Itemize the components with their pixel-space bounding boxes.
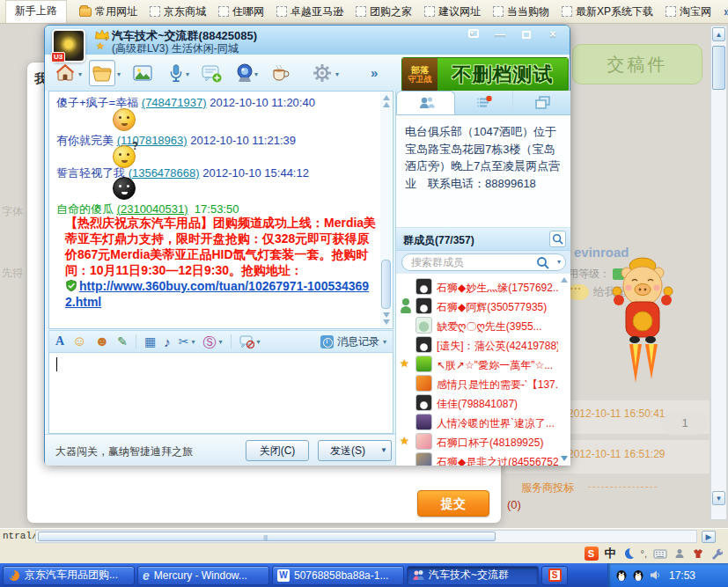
member-row[interactable]: 石狮◆是非之过(84556752) (396, 451, 570, 466)
tab-sessions[interactable] (513, 91, 570, 114)
bookmark-item-first[interactable]: 新手上路 (5, 0, 67, 23)
dropdown-caret[interactable]: ▾ (254, 70, 258, 78)
dropdown-caret[interactable]: ▾ (78, 70, 82, 78)
dropdown-caret[interactable]: ▾ (117, 70, 121, 78)
home-button[interactable] (52, 60, 78, 86)
member-row[interactable]: 缺爱ღ〇ღ先生(3955... (396, 316, 570, 335)
member-row[interactable]: 石狮◆妙生灬缘(1757692... (396, 277, 570, 297)
scroll-down-button[interactable]: ▼ (712, 491, 725, 505)
volume-icon[interactable] (649, 569, 661, 581)
album-button[interactable] (129, 60, 156, 86)
bookmark-item[interactable]: 淘宝网 (665, 4, 711, 19)
scroll-up-button[interactable]: ▲ (712, 27, 725, 41)
member-search-box[interactable]: ▾ (401, 253, 566, 271)
punctuation-icon[interactable]: °, (641, 548, 647, 559)
taskbar-button-firefox[interactable]: 京东汽车用品团购... (3, 566, 135, 585)
dropdown-caret[interactable]: ▾ (335, 70, 339, 78)
music-share-button[interactable]: ♪ (164, 335, 171, 349)
page-number-badge[interactable]: 1 (662, 412, 708, 435)
member-scroll-down[interactable] (561, 454, 568, 463)
bookmark-item[interactable]: 当当购物 (493, 4, 549, 19)
scrollbar-thumb[interactable] (381, 260, 391, 309)
uin-link[interactable]: (2310040531) (117, 202, 188, 216)
fullhalf-moon-icon[interactable] (622, 547, 635, 560)
member-scroll-up[interactable] (561, 275, 568, 284)
user-wordlib-icon[interactable] (673, 547, 686, 560)
close-button[interactable]: × (543, 28, 563, 42)
settings-wrench-icon[interactable] (710, 547, 723, 560)
settings-button[interactable] (309, 60, 335, 86)
close-chat-button[interactable]: 关闭(C) (246, 440, 309, 461)
uin-link[interactable]: (748471937) (142, 96, 207, 109)
qq-penguin-tray-icon[interactable] (632, 569, 644, 582)
bookmark-item[interactable]: 住哪网 (218, 4, 264, 19)
skin-shirt-icon[interactable] (692, 547, 704, 560)
toolbar-more-chevron[interactable]: » (371, 65, 378, 80)
taskbar-button-word[interactable]: W 50768858ba88a-1... (272, 566, 404, 585)
share-folder-button[interactable] (89, 60, 115, 86)
page-vertical-scrollbar[interactable]: ▲ ▼ (710, 26, 727, 520)
member-row[interactable]: 石狮◆阿辉(350577935) (396, 297, 570, 316)
footer-ad-link[interactable]: 大器闯关，赢纳智捷迪拜之旅 (55, 444, 193, 459)
member-row[interactable]: ↖朕↗☆"愛妳一萬年"☆... (396, 355, 570, 374)
taskbar-button-qq-group[interactable]: 汽车技术~交流群 (407, 566, 539, 585)
tab-announcement[interactable] (455, 91, 513, 114)
scroll-right-button[interactable]: ▶ (702, 531, 716, 543)
dropdown-caret[interactable]: ▾ (192, 338, 195, 346)
sogou-input-icon[interactable]: S (585, 547, 599, 561)
bookmarks-overflow-chevron[interactable]: » (724, 4, 728, 18)
bookmark-item[interactable]: 京东商城 (150, 4, 206, 19)
chinese-mode-icon[interactable]: 中 (605, 546, 616, 561)
promo-link[interactable]: http://www.360buy.com/tuan/10267971-1005… (65, 279, 369, 309)
send-image-button[interactable]: ▦ (144, 335, 156, 348)
bookmark-item[interactable]: 建议网址 (424, 4, 481, 19)
clock-time[interactable]: 17:53 (669, 569, 695, 582)
member-row[interactable]: [遗失]：蒲公英(42419788) (396, 335, 570, 355)
chat-history[interactable]: 傻子+疯子=幸福 (748471937) 2012-10-10 11:20:40… (48, 91, 393, 329)
message-alert-setting-icon[interactable] (239, 335, 254, 349)
submit-manuscript-button[interactable]: 交稿件 (572, 44, 702, 84)
qq-titlebar[interactable]: U3 1 汽车技术~交流群(88425085) ★ (高级群LV3) 生活休闲-… (45, 26, 570, 55)
ad-banner[interactable]: 部落 守卫战 不删档测试 (401, 57, 569, 92)
horizontal-scrollbar[interactable]: |||| (35, 530, 697, 543)
qq-show-button[interactable]: Ⓢ (203, 335, 217, 349)
message-history-button[interactable]: 消息记录 ▾ (320, 334, 386, 349)
dropdown-caret[interactable]: ▾ (257, 338, 261, 346)
create-discussion-button[interactable] (198, 60, 224, 86)
minimize-button[interactable]: — (490, 28, 510, 42)
screenshot-button[interactable]: ✂ (179, 335, 189, 348)
member-row[interactable]: 人情冷暖的世界`逮凉了... (396, 413, 570, 432)
font-style-button[interactable]: A (55, 335, 64, 348)
uin-link[interactable]: (1356478668) (129, 166, 200, 180)
send-button[interactable]: 发送(S) (318, 440, 378, 461)
bookmark-item[interactable]: 最新XP系统下载 (562, 4, 653, 19)
dropdown-caret[interactable]: ▾ (219, 338, 223, 346)
maximize-button[interactable] (517, 28, 536, 42)
scrollbar-thumb[interactable]: |||| (38, 532, 496, 541)
soft-keyboard-icon[interactable] (653, 547, 667, 560)
chat-scrollbar[interactable] (380, 92, 392, 327)
emoticon-button[interactable]: ☺ (72, 334, 86, 349)
message-input[interactable] (48, 353, 393, 434)
magic-emoticon-button[interactable]: ☻ (94, 334, 109, 349)
dropdown-caret[interactable]: ▾ (186, 70, 189, 78)
submit-button[interactable]: 提交 (417, 490, 489, 517)
member-row[interactable]: 石狮口杯子(48189925) (396, 432, 570, 451)
qq-penguin-tray-icon[interactable] (615, 569, 628, 582)
group-avatar[interactable]: U3 (52, 29, 85, 62)
panel-toggle-button[interactable] (464, 28, 483, 42)
dropdown-caret[interactable]: ▾ (557, 258, 561, 266)
member-search-button[interactable] (549, 231, 566, 247)
taskbar-button-sogou[interactable]: S (541, 566, 568, 585)
taskbar-button-ie[interactable]: e Mercury - Window... (137, 566, 269, 585)
bookmark-item[interactable]: 团购之家 (356, 4, 412, 19)
bid-link[interactable]: 服务商投标 (521, 481, 574, 495)
send-options-caret[interactable]: ▼ (377, 440, 392, 461)
doodle-button[interactable]: ✎ (117, 335, 128, 348)
break-tea-button[interactable] (267, 60, 293, 86)
scrollbar-thumb[interactable] (712, 46, 725, 90)
tab-members[interactable] (396, 91, 455, 114)
bookmark-item[interactable]: 卓越亚马逊 (276, 4, 343, 19)
member-search-input[interactable] (409, 255, 533, 269)
member-row[interactable]: 佳佳(798841087) (396, 393, 570, 413)
